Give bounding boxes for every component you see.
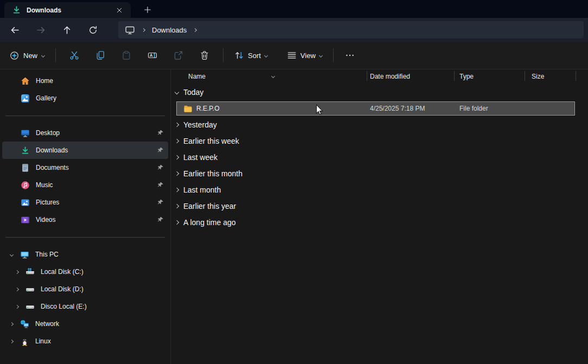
sidebar-section-separator bbox=[0, 228, 170, 246]
chevron-right-icon bbox=[175, 204, 179, 208]
paste-button[interactable] bbox=[113, 46, 139, 65]
see-more-button[interactable] bbox=[339, 46, 361, 65]
sidebar: HomeGalleryDesktopDownloadsDocumentsMusi… bbox=[0, 69, 171, 364]
copy-button[interactable] bbox=[87, 46, 113, 65]
explorer-tab-downloads[interactable]: Downloads bbox=[4, 2, 131, 18]
separator-line bbox=[5, 237, 165, 238]
file-group-yesterday[interactable]: Yesterday bbox=[171, 117, 588, 133]
sidebar-item-linux[interactable]: Linux bbox=[2, 333, 168, 350]
chevron-right-icon bbox=[142, 28, 145, 31]
sidebar-item-label: Network bbox=[35, 320, 59, 328]
file-group-earlier-this-week[interactable]: Earlier this week bbox=[171, 133, 588, 149]
file-group-last-month[interactable]: Last month bbox=[171, 182, 588, 198]
view-button[interactable]: View bbox=[282, 46, 328, 65]
file-type: File folder bbox=[459, 105, 488, 112]
sidebar-item-documents[interactable]: Documents bbox=[2, 159, 168, 176]
chevron-right-icon[interactable] bbox=[8, 340, 15, 343]
column-separator[interactable] bbox=[367, 71, 367, 81]
chevron-right-icon[interactable] bbox=[13, 288, 21, 291]
chevron-right-icon[interactable] bbox=[13, 305, 21, 308]
tab-title: Downloads bbox=[27, 7, 108, 14]
paste-icon bbox=[122, 50, 131, 60]
sidebar-item-label: Documents bbox=[36, 164, 69, 171]
chevron-right-icon bbox=[175, 123, 179, 127]
new-button[interactable]: New bbox=[7, 46, 50, 65]
sidebar-item-pictures[interactable]: Pictures bbox=[2, 194, 168, 211]
title-bar: Downloads bbox=[0, 0, 588, 18]
chevron-right-icon[interactable] bbox=[13, 271, 21, 273]
chevron-right-icon bbox=[175, 188, 179, 192]
navigation-bar: Downloads bbox=[0, 18, 588, 42]
delete-button[interactable] bbox=[191, 46, 218, 65]
group-label: Earlier this month bbox=[183, 169, 242, 178]
chevron-down-icon bbox=[41, 53, 45, 57]
file-group-earlier-this-month[interactable]: Earlier this month bbox=[171, 165, 588, 182]
chevron-right-icon bbox=[193, 28, 197, 31]
chevron-right-icon bbox=[15, 270, 18, 273]
new-tab-button[interactable] bbox=[140, 3, 155, 16]
chevron-right-icon bbox=[175, 155, 179, 159]
file-row-r-e-p-o[interactable]: R.E.P.O4/25/2025 7:18 PMFile folder bbox=[176, 101, 575, 116]
pin-icon bbox=[157, 130, 164, 136]
tab-close-icon[interactable] bbox=[113, 4, 125, 16]
chevron-right-icon bbox=[15, 304, 18, 308]
up-button[interactable] bbox=[57, 21, 76, 39]
address-bar[interactable]: Downloads bbox=[118, 21, 584, 39]
sidebar-item-videos[interactable]: Videos bbox=[2, 211, 168, 228]
sidebar-item-label: Pictures bbox=[36, 199, 59, 206]
sidebar-item-network[interactable]: Network bbox=[2, 315, 168, 333]
forward-button[interactable] bbox=[31, 21, 50, 39]
column-separator[interactable] bbox=[454, 71, 455, 81]
group-label: Last month bbox=[183, 186, 221, 194]
file-explorer-window: Downloads Downloads New Sort bbox=[0, 0, 588, 364]
column-separator[interactable] bbox=[525, 71, 525, 81]
column-header-date-modified[interactable]: Date modified bbox=[370, 73, 410, 80]
sidebar-item-disco-local-e[interactable]: Disco Local (E:) bbox=[2, 298, 168, 315]
sort-button[interactable]: Sort bbox=[229, 46, 273, 65]
refresh-button[interactable] bbox=[84, 21, 102, 39]
group-label: Last week bbox=[183, 153, 218, 162]
sort-button-label: Sort bbox=[248, 52, 261, 60]
separator-line bbox=[5, 116, 165, 116]
sidebar-item-label: Music bbox=[36, 181, 53, 189]
column-separator[interactable] bbox=[576, 71, 576, 81]
rename-button[interactable] bbox=[139, 46, 165, 65]
column-header-type[interactable]: Type bbox=[459, 73, 474, 80]
column-header-name[interactable]: Name bbox=[188, 73, 206, 80]
sidebar-item-home[interactable]: Home bbox=[2, 72, 168, 90]
sidebar-item-this-pc[interactable]: This PC bbox=[2, 246, 168, 263]
chevron-right-icon[interactable] bbox=[8, 323, 15, 325]
drive-windows-icon bbox=[25, 267, 35, 277]
back-button[interactable] bbox=[5, 21, 24, 39]
window-content: HomeGalleryDesktopDownloadsDocumentsMusi… bbox=[0, 69, 588, 364]
documents-icon bbox=[21, 163, 30, 173]
downloads-icon bbox=[12, 5, 21, 15]
chevron-down-icon bbox=[175, 90, 179, 94]
toolbar-separator bbox=[223, 48, 223, 62]
pin-icon bbox=[157, 182, 164, 188]
file-group-a-long-time-ago[interactable]: A long time ago bbox=[171, 214, 588, 231]
chevron-down-icon bbox=[264, 53, 268, 57]
sort-arrows-icon bbox=[234, 50, 244, 60]
videos-icon bbox=[21, 215, 30, 225]
breadcrumb-downloads[interactable]: Downloads bbox=[152, 26, 187, 34]
file-group-earlier-this-year[interactable]: Earlier this year bbox=[171, 198, 588, 214]
cut-button[interactable] bbox=[61, 46, 87, 65]
sidebar-item-local-disk-d[interactable]: Local Disk (D:) bbox=[2, 280, 168, 298]
file-group-today[interactable]: Today bbox=[171, 84, 588, 100]
group-label: Earlier this year bbox=[183, 202, 236, 210]
group-label: Yesterday bbox=[183, 120, 217, 129]
sidebar-item-desktop[interactable]: Desktop bbox=[2, 124, 168, 142]
sidebar-item-label: Linux bbox=[35, 337, 51, 345]
column-header-size[interactable]: Size bbox=[532, 73, 544, 80]
sidebar-item-gallery[interactable]: Gallery bbox=[2, 90, 168, 107]
file-name: R.E.P.O bbox=[196, 105, 219, 112]
file-group-last-week[interactable]: Last week bbox=[171, 149, 588, 165]
sidebar-item-music[interactable]: Music bbox=[2, 176, 168, 194]
chevron-down-icon[interactable] bbox=[8, 253, 15, 256]
share-button[interactable] bbox=[165, 46, 191, 65]
this-pc-icon[interactable] bbox=[125, 25, 135, 35]
sidebar-item-label: This PC bbox=[35, 251, 59, 258]
sidebar-item-local-disk-c[interactable]: Local Disk (C:) bbox=[2, 263, 168, 280]
sidebar-item-downloads[interactable]: Downloads bbox=[2, 142, 168, 159]
